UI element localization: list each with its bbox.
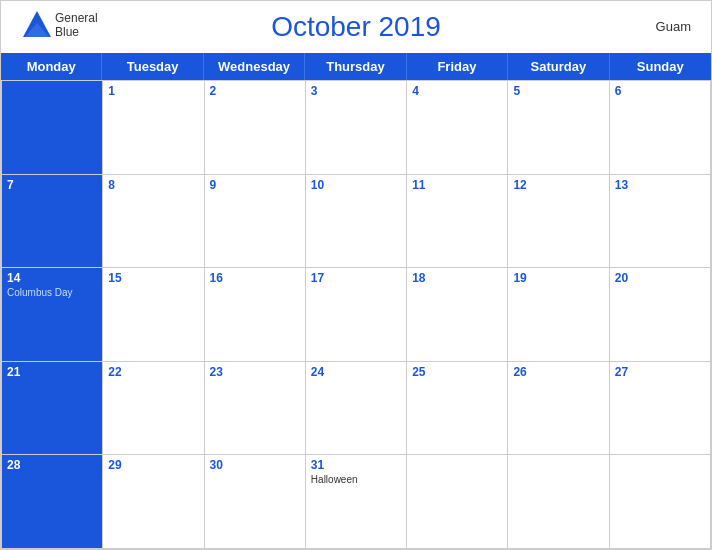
day-cell: 2: [205, 81, 306, 175]
day-number: 15: [108, 271, 198, 285]
day-cell: 15: [103, 268, 204, 362]
day-cell: 30: [205, 455, 306, 549]
day-cell: 13: [610, 175, 711, 269]
day-cell: 9: [205, 175, 306, 269]
day-number: 18: [412, 271, 502, 285]
day-cell: 28: [2, 455, 103, 549]
day-cell: 20: [610, 268, 711, 362]
day-number: 20: [615, 271, 705, 285]
day-number: 14: [7, 271, 97, 285]
calendar-grid: 1234567891011121314Columbus Day151617181…: [1, 80, 711, 549]
day-number: 24: [311, 365, 401, 379]
day-number: 3: [311, 84, 401, 98]
day-number: 7: [7, 178, 97, 192]
day-cell: 22: [103, 362, 204, 456]
header-wednesday: Wednesday: [204, 53, 305, 80]
day-number: 23: [210, 365, 300, 379]
event-label: Halloween: [311, 474, 401, 485]
day-number: 4: [412, 84, 502, 98]
day-cell: 19: [508, 268, 609, 362]
day-cell: 18: [407, 268, 508, 362]
day-number: 30: [210, 458, 300, 472]
day-cell: 25: [407, 362, 508, 456]
calendar-header: Gen Blue General Blue October 2019 Guam: [1, 1, 711, 53]
day-number: 26: [513, 365, 603, 379]
day-cell: 10: [306, 175, 407, 269]
day-cell: 24: [306, 362, 407, 456]
calendar: Gen Blue General Blue October 2019 Guam …: [0, 0, 712, 550]
day-cell: [2, 81, 103, 175]
day-number: 9: [210, 178, 300, 192]
day-cell: 3: [306, 81, 407, 175]
logo-general-text: General: [55, 11, 98, 25]
day-number: 6: [615, 84, 705, 98]
day-number: 28: [7, 458, 97, 472]
day-number: 12: [513, 178, 603, 192]
day-cell: [610, 455, 711, 549]
region-label: Guam: [656, 19, 691, 34]
day-number: 25: [412, 365, 502, 379]
day-number: 5: [513, 84, 603, 98]
day-cell: 8: [103, 175, 204, 269]
day-cell: 12: [508, 175, 609, 269]
day-number: 1: [108, 84, 198, 98]
day-cell: 23: [205, 362, 306, 456]
day-cell: 4: [407, 81, 508, 175]
day-cell: 29: [103, 455, 204, 549]
logo-blue-text: Blue: [55, 25, 98, 39]
header-friday: Friday: [407, 53, 508, 80]
day-cell: 6: [610, 81, 711, 175]
day-cell: 31Halloween: [306, 455, 407, 549]
day-cell: 21: [2, 362, 103, 456]
header-saturday: Saturday: [508, 53, 609, 80]
day-cell: 1: [103, 81, 204, 175]
day-headers: Monday Tuesday Wednesday Thursday Friday…: [1, 53, 711, 80]
month-title: October 2019: [271, 11, 441, 43]
day-number: 31: [311, 458, 401, 472]
day-cell: [508, 455, 609, 549]
day-cell: 27: [610, 362, 711, 456]
logo: Gen Blue General Blue: [21, 9, 98, 41]
header-sunday: Sunday: [610, 53, 711, 80]
day-number: 10: [311, 178, 401, 192]
day-number: 8: [108, 178, 198, 192]
day-number: 16: [210, 271, 300, 285]
day-cell: 7: [2, 175, 103, 269]
header-thursday: Thursday: [305, 53, 406, 80]
day-cell: 26: [508, 362, 609, 456]
day-number: 22: [108, 365, 198, 379]
day-number: 21: [7, 365, 97, 379]
event-label: Columbus Day: [7, 287, 97, 298]
day-number: 2: [210, 84, 300, 98]
day-number: 11: [412, 178, 502, 192]
day-number: 17: [311, 271, 401, 285]
day-cell: 14Columbus Day: [2, 268, 103, 362]
day-cell: 11: [407, 175, 508, 269]
day-number: 13: [615, 178, 705, 192]
header-monday: Monday: [1, 53, 102, 80]
day-cell: 16: [205, 268, 306, 362]
day-number: 27: [615, 365, 705, 379]
day-number: 29: [108, 458, 198, 472]
day-cell: [407, 455, 508, 549]
day-cell: 5: [508, 81, 609, 175]
day-number: 19: [513, 271, 603, 285]
header-tuesday: Tuesday: [102, 53, 203, 80]
day-cell: 17: [306, 268, 407, 362]
